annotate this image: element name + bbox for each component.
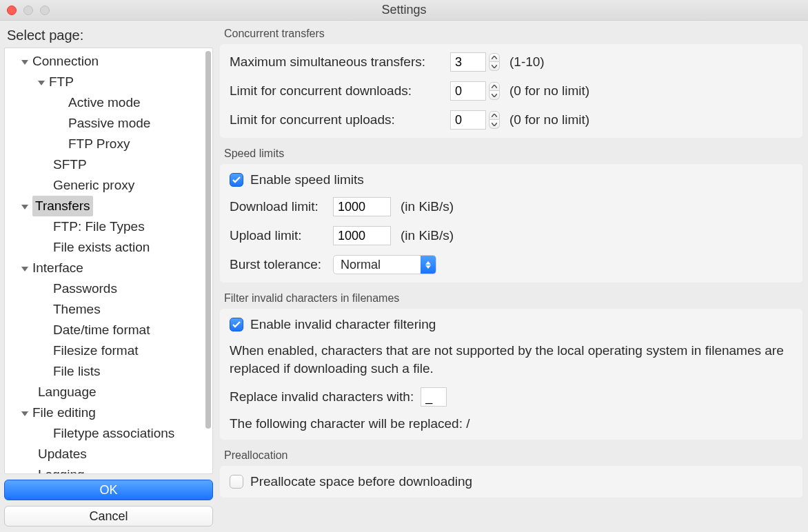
stepper-up-icon[interactable] (489, 53, 500, 62)
ok-button[interactable]: OK (4, 480, 213, 500)
tree-item[interactable]: Filetype associations (8, 423, 203, 444)
group-concurrent-transfers: Concurrent transfers Maximum simultaneou… (220, 23, 802, 138)
tree-item[interactable]: Language (8, 382, 203, 402)
enable-filter-checkbox[interactable] (230, 318, 243, 331)
tree-item-label: Date/time format (53, 320, 150, 340)
tree-item-label: FTP Proxy (68, 134, 130, 154)
disclosure-triangle-icon[interactable] (38, 81, 45, 85)
disclosure-triangle-icon[interactable] (21, 411, 28, 416)
tree-item-label: Interface (32, 258, 83, 278)
group-filter-invalid: Filter invalid characters in filenames E… (220, 288, 802, 440)
burst-tolerance-select[interactable]: Normal (333, 255, 436, 274)
titlebar: Settings (0, 0, 808, 21)
tree-item[interactable]: SFTP (8, 154, 203, 175)
sidebar-header: Select page: (4, 23, 213, 48)
upload-limit-input[interactable] (333, 226, 391, 245)
tree-item[interactable]: Date/time format (8, 320, 203, 340)
download-limit-input[interactable] (333, 197, 391, 216)
enable-speed-limits-label: Enable speed limits (250, 172, 364, 187)
enable-speed-limits-checkbox[interactable] (230, 173, 243, 187)
group-title: Concurrent transfers (220, 23, 802, 44)
tree-item-label: Themes (53, 299, 101, 320)
group-speed-limits: Speed limits Enable speed limits Downloa… (220, 143, 802, 283)
stepper-down-icon[interactable] (489, 91, 500, 100)
burst-tolerance-value: Normal (334, 258, 421, 272)
tree-item-label: Filesize format (53, 340, 139, 361)
download-limit-unit: (in KiB/s) (401, 199, 454, 214)
burst-tolerance-label: Burst tolerance: (230, 257, 333, 272)
replace-with-label: Replace invalid characters with: (230, 389, 414, 405)
tree-item-label: Transfers (32, 196, 93, 216)
settings-content: Concurrent transfers Maximum simultaneou… (217, 21, 808, 532)
stepper-up-icon[interactable] (489, 82, 500, 91)
tree-item[interactable]: FTP (8, 72, 203, 92)
stepper-down-icon[interactable] (489, 62, 500, 71)
sidebar: Select page: ConnectionFTPActive modePas… (0, 21, 217, 532)
tree-item[interactable]: Passive mode (8, 113, 203, 134)
group-title: Preallocation (220, 445, 802, 466)
replace-with-input[interactable] (421, 387, 447, 407)
tree-item-label: File editing (32, 402, 96, 423)
preallocate-label: Preallocate space before downloading (250, 474, 472, 489)
sidebar-scrollbar[interactable] (204, 51, 211, 471)
window-title: Settings (0, 3, 808, 17)
max-transfers-input[interactable] (450, 52, 486, 72)
preallocate-checkbox[interactable] (230, 475, 243, 489)
concurrent-uploads-label: Limit for concurrent uploads: (230, 112, 443, 127)
tree-item[interactable]: Themes (8, 299, 203, 320)
group-title: Speed limits (220, 143, 802, 164)
tree-item[interactable]: Filesize format (8, 340, 203, 361)
tree-item-label: File lists (53, 361, 101, 382)
disclosure-triangle-icon[interactable] (21, 205, 28, 209)
upload-limit-label: Upload limit: (230, 228, 333, 243)
concurrent-downloads-label: Limit for concurrent downloads: (230, 83, 443, 99)
tree-item-label: FTP: File Types (53, 216, 145, 237)
tree-item[interactable]: File editing (8, 402, 203, 423)
group-title: Filter invalid characters in filenames (220, 288, 802, 309)
tree-item[interactable]: Active mode (8, 92, 203, 113)
tree-item[interactable]: Generic proxy (8, 175, 203, 196)
stepper-down-icon[interactable] (489, 120, 500, 129)
tree-item-label: Language (38, 382, 97, 402)
select-handle-icon (421, 256, 436, 274)
concurrent-uploads-stepper[interactable] (489, 111, 500, 129)
concurrent-downloads-input[interactable] (450, 81, 486, 101)
disclosure-triangle-icon[interactable] (21, 267, 28, 272)
group-preallocation: Preallocation Preallocate space before d… (220, 445, 802, 498)
download-limit-label: Download limit: (230, 199, 333, 214)
enable-filter-label: Enable invalid character filtering (250, 317, 436, 332)
tree-item[interactable]: Connection (8, 51, 203, 72)
tree-item-label: Filetype associations (53, 423, 174, 444)
disclosure-triangle-icon[interactable] (21, 60, 28, 65)
tree-item-label: Updates (38, 444, 87, 464)
tree-item[interactable]: Transfers (8, 196, 203, 216)
replaced-chars-label: The following character will be replaced… (230, 416, 470, 431)
upload-limit-unit: (in KiB/s) (401, 228, 454, 243)
tree-item-label: Logging (38, 464, 85, 473)
concurrent-uploads-hint: (0 for no limit) (509, 112, 589, 127)
tree-item[interactable]: Interface (8, 258, 203, 278)
tree-item-label: File exists action (53, 237, 150, 258)
tree-item-label: Connection (32, 51, 99, 72)
tree-item[interactable]: File lists (8, 361, 203, 382)
sidebar-scrollbar-thumb[interactable] (205, 51, 211, 429)
tree-item[interactable]: FTP: File Types (8, 216, 203, 237)
max-transfers-label: Maximum simultaneous transfers: (230, 54, 443, 70)
tree-item-label: Passive mode (68, 113, 150, 134)
cancel-button[interactable]: Cancel (4, 506, 213, 526)
tree-item[interactable]: FTP Proxy (8, 134, 203, 154)
settings-tree: ConnectionFTPActive modePassive modeFTP … (4, 48, 213, 474)
max-transfers-stepper[interactable] (489, 53, 500, 71)
tree-item[interactable]: Updates (8, 444, 203, 464)
tree-item-label: Generic proxy (53, 175, 134, 196)
tree-item[interactable]: Logging (8, 464, 203, 473)
tree-item-label: Passwords (53, 278, 117, 299)
tree-item-label: Active mode (68, 92, 141, 113)
concurrent-downloads-stepper[interactable] (489, 82, 500, 100)
tree-item-label: SFTP (53, 154, 87, 175)
max-transfers-hint: (1-10) (509, 54, 545, 70)
tree-item[interactable]: File exists action (8, 237, 203, 258)
concurrent-uploads-input[interactable] (450, 110, 486, 130)
tree-item[interactable]: Passwords (8, 278, 203, 299)
stepper-up-icon[interactable] (489, 111, 500, 120)
